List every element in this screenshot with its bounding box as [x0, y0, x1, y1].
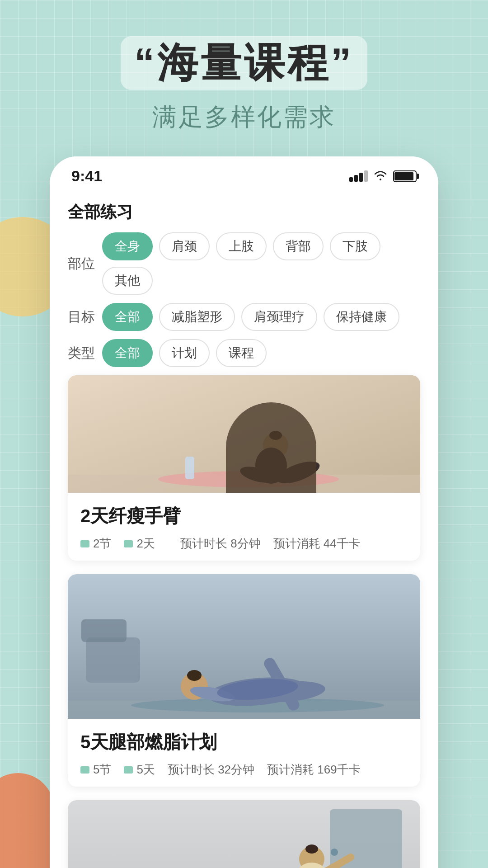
tag-mubiao-quanbu[interactable]: 全部	[102, 303, 153, 331]
page-heading: 全部练习	[68, 190, 420, 232]
course-info-2: 5天腿部燃脂计划 5节 5天 预计时长 32分钟	[68, 719, 420, 787]
tag-quanshen[interactable]: 全身	[102, 232, 153, 260]
svg-rect-11	[81, 619, 127, 642]
main-title: “海量课程”	[121, 36, 367, 90]
meta-calories-1: 预计消耗 44千卡	[273, 536, 360, 552]
meta-sections-1: 2节	[80, 536, 111, 552]
svg-point-27	[305, 844, 318, 854]
svg-rect-3	[185, 457, 194, 479]
status-bar: 9:41	[50, 156, 438, 190]
svg-point-6	[255, 448, 287, 484]
status-icons	[349, 169, 417, 184]
course-card-3[interactable]	[68, 800, 420, 868]
meta-duration-1: 预计时长 8分钟	[180, 536, 261, 552]
meta-duration-text-2: 预计时长 32分钟	[168, 762, 254, 778]
course-image-1	[68, 375, 420, 493]
svg-rect-1	[68, 475, 420, 493]
svg-point-16	[187, 670, 202, 681]
tag-baochijianang[interactable]: 保持健康	[324, 303, 399, 331]
tag-jianjingliliao[interactable]: 肩颈理疗	[241, 303, 317, 331]
tag-beibu[interactable]: 背部	[273, 232, 324, 260]
svg-rect-10	[86, 637, 140, 683]
filter-row-mubiao: 目标 全部 减脂塑形 肩颈理疗 保持健康	[68, 303, 420, 331]
filter-label-leixing: 类型	[68, 344, 95, 363]
meta-sections-text-1: 2节	[93, 536, 111, 552]
course-image-2	[68, 574, 420, 719]
meta-days-2: 5天	[124, 762, 155, 778]
course-card-2[interactable]: 5天腿部燃脂计划 5节 5天 预计时长 32分钟	[68, 574, 420, 787]
filter-label-mubiao: 目标	[68, 308, 95, 326]
filter-tags-buwei: 全身 肩颈 上肢 背部 下肢 其他	[102, 232, 420, 295]
tag-leixing-quanbu[interactable]: 全部	[102, 339, 153, 367]
meta-dot-4	[124, 766, 133, 774]
tag-kecheng[interactable]: 课程	[216, 339, 267, 367]
meta-duration-text-1: 预计时长 8分钟	[180, 536, 261, 552]
course-title-2: 5天腿部燃脂计划	[80, 730, 408, 755]
meta-calories-2: 预计消耗 169千卡	[267, 762, 361, 778]
phone-mockup: 9:41 全部练习	[50, 156, 438, 868]
course-card-1[interactable]: 2天纤瘦手臂 2节 2天 预计	[68, 375, 420, 561]
meta-days-1: 2天	[124, 536, 155, 552]
tag-qita[interactable]: 其他	[102, 267, 153, 295]
filter-tags-mubiao: 全部 减脂塑形 肩颈理疗 保持健康	[102, 303, 399, 331]
header-section: “海量课程” 满足多样化需求	[121, 0, 367, 134]
filter-label-buwei: 部位	[68, 255, 95, 273]
meta-calories-text-1: 预计消耗 44千卡	[273, 536, 360, 552]
wifi-icon	[374, 169, 387, 184]
app-content: 全部练习 部位 全身 肩颈 上肢 背部 下肢 其他 目标 全部 减脂塑形	[50, 190, 438, 868]
sub-title: 满足多样化需求	[121, 101, 367, 134]
filter-row-buwei: 部位 全身 肩颈 上肢 背部 下肢 其他	[68, 232, 420, 295]
course-image-svg-2	[68, 574, 420, 719]
meta-dot-3	[80, 766, 89, 774]
course-image-3	[68, 800, 420, 868]
tag-jianjing[interactable]: 肩颈	[159, 232, 210, 260]
filter-row-leixing: 类型 全部 计划 课程	[68, 339, 420, 367]
course-meta-1: 2节 2天 预计时长 8分钟 预计消耗 44千卡	[80, 536, 408, 552]
meta-days-text-2: 5天	[136, 762, 155, 778]
meta-calories-text-2: 预计消耗 169千卡	[267, 762, 361, 778]
tag-shangzhi[interactable]: 上肢	[216, 232, 267, 260]
svg-point-5	[269, 431, 282, 440]
main-title-text: “海量课程”	[121, 36, 367, 90]
meta-days-text-1: 2天	[136, 536, 155, 552]
svg-point-4	[263, 433, 288, 458]
tag-jianzhisuxing[interactable]: 减脂塑形	[159, 303, 235, 331]
svg-point-24	[331, 849, 338, 856]
battery-icon	[393, 170, 417, 182]
signal-icon	[349, 170, 368, 182]
course-image-svg-1	[68, 375, 420, 493]
course-image-svg-3	[68, 800, 420, 868]
page-content: “海量课程” 满足多样化需求 9:41	[0, 0, 488, 868]
svg-point-8	[238, 463, 277, 486]
tag-jihua[interactable]: 计划	[159, 339, 210, 367]
meta-sections-2: 5节	[80, 762, 111, 778]
course-info-1: 2天纤瘦手臂 2节 2天 预计	[68, 493, 420, 561]
status-time: 9:41	[71, 167, 102, 185]
meta-dot-1	[80, 540, 89, 547]
tag-xiazhi[interactable]: 下肢	[330, 232, 380, 260]
meta-dot-2	[124, 540, 133, 547]
meta-sections-text-2: 5节	[93, 762, 111, 778]
course-list: 2天纤瘦手臂 2节 2天 预计	[68, 375, 420, 868]
course-meta-2: 5节 5天 预计时长 32分钟 预计消耗 169千卡	[80, 762, 408, 778]
filter-tags-leixing: 全部 计划 课程	[102, 339, 267, 367]
meta-duration-2: 预计时长 32分钟	[168, 762, 254, 778]
svg-point-7	[274, 457, 322, 488]
course-title-1: 2天纤瘦手臂	[80, 504, 408, 528]
